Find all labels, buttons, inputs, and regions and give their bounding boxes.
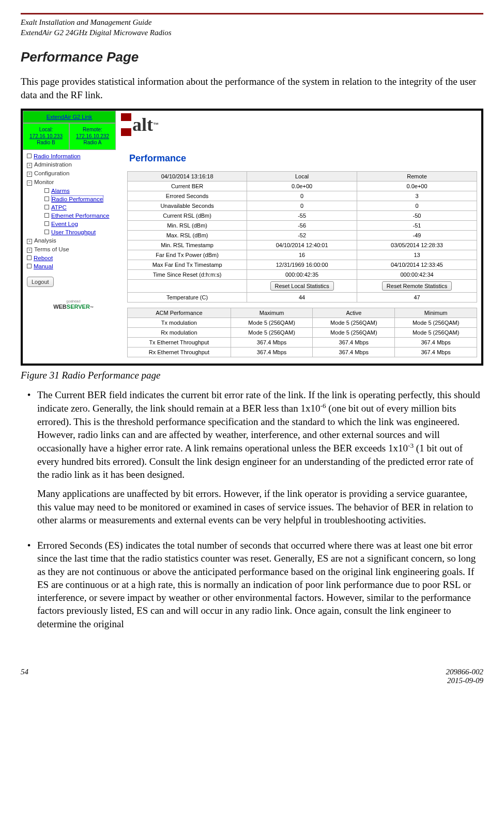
table-cell: -51 xyxy=(357,220,477,230)
bullet-icon: • xyxy=(21,539,37,637)
table-cell: 0 xyxy=(247,191,357,201)
table-cell: 0 xyxy=(247,201,357,210)
nav-manual[interactable]: Manual xyxy=(27,262,120,270)
table-cell: 16 xyxy=(247,250,357,260)
table-row-label: Max Far End Tx Timestamp xyxy=(128,260,247,269)
table-cell: 000:00:42:35 xyxy=(247,269,357,279)
acm-table: ACM PerformanceMaximumActiveMinimum Tx m… xyxy=(127,308,477,357)
table-cell: Mode 5 (256QAM) xyxy=(231,327,313,337)
col-remote: Remote xyxy=(357,171,477,181)
performance-table: 04/10/2014 13:16:18LocalRemote Current B… xyxy=(127,171,477,303)
page-title: Performance Page xyxy=(21,49,483,65)
reset-remote-button[interactable]: Reset Remote Statistics xyxy=(382,281,452,291)
table-cell: 367.4 Mbps xyxy=(313,347,395,357)
nav-monitor[interactable]: −Monitor xyxy=(27,178,120,187)
table-cell: Mode 5 (256QAM) xyxy=(231,318,313,327)
table-cell: 3 xyxy=(357,191,477,201)
table-row-label: Tx Ethernet Throughput xyxy=(128,337,231,347)
nav-configuration[interactable]: +Configuration xyxy=(27,169,120,178)
table-cell: 367.4 Mbps xyxy=(395,337,477,347)
table-row-label: Unavailable Seconds xyxy=(128,201,247,210)
nav-alarms[interactable]: Alarms xyxy=(27,187,120,195)
nav-event-log[interactable]: Event Log xyxy=(27,220,120,228)
table-cell: -56 xyxy=(247,220,357,230)
nav-ethernet-performance[interactable]: Ethernet Performance xyxy=(27,211,120,220)
table-cell: Mode 5 (256QAM) xyxy=(395,318,477,327)
doc-date: 2015-09-09 xyxy=(446,676,484,685)
row-temperature: Temperature (C) xyxy=(128,292,247,302)
figure-caption: Figure 31 Radio Performance page xyxy=(21,370,483,381)
table-cell: 367.4 Mbps xyxy=(231,347,313,357)
bullet-1-p2: Many applications are unaffected by bit … xyxy=(37,487,483,526)
table-row-label: Errored Seconds xyxy=(128,191,247,201)
table-cell: 13 xyxy=(357,250,477,260)
table-cell: 367.4 Mbps xyxy=(313,337,395,347)
panel-title: Performance xyxy=(129,153,477,164)
table-row-label: Tx modulation xyxy=(128,318,231,327)
remote-radio-cell[interactable]: Remote: 172.16.10.232 Radio A xyxy=(69,123,116,150)
table-cell: -49 xyxy=(357,230,477,240)
screenshot-figure: ExtendAir G2 Link Local: 172.16.10.233 R… xyxy=(21,109,483,366)
table-row-label: Min. RSL (dBm) xyxy=(128,220,247,230)
doc-number: 209866-002 xyxy=(446,668,484,676)
table-cell: 03/05/2014 12:28:33 xyxy=(357,240,477,250)
reset-local-button[interactable]: Reset Local Statistics xyxy=(270,281,334,291)
col-local: Local xyxy=(247,171,357,181)
table-row-label: Time Since Reset (d:h:m:s) xyxy=(128,269,247,279)
nav-analysis[interactable]: +Analysis xyxy=(27,236,120,245)
table-cell: -52 xyxy=(247,230,357,240)
table-cell: 0.0e+00 xyxy=(357,181,477,191)
table-row-label: Rx modulation xyxy=(128,327,231,337)
nav-reboot[interactable]: Reboot xyxy=(27,254,120,262)
table-row-label: Current RSL (dBm) xyxy=(128,210,247,220)
table-cell: Mode 5 (256QAM) xyxy=(313,327,395,337)
doc-header: Exalt Installation and Management Guide … xyxy=(21,18,483,38)
header-line1: Exalt Installation and Management Guide xyxy=(21,18,483,28)
table-cell: 12/31/1969 16:00:00 xyxy=(247,260,357,269)
table-row-label: Far End Tx Power (dBm) xyxy=(128,250,247,260)
bullet-2: Errored Seconds (ES) indicates the total… xyxy=(37,539,483,630)
table-cell: 367.4 Mbps xyxy=(395,347,477,357)
table-cell: -55 xyxy=(247,210,357,220)
bullet-icon: • xyxy=(21,388,37,533)
table-cell: 04/10/2014 12:40:01 xyxy=(247,240,357,250)
exalt-logo: alt™ xyxy=(116,111,481,139)
table-row-label: Max. RSL (dBm) xyxy=(128,230,247,240)
page-number: 54 xyxy=(21,668,28,685)
nav-terms[interactable]: +Terms of Use xyxy=(27,245,120,254)
nav-radio-performance[interactable]: Radio Performance xyxy=(27,195,120,203)
nav-user-throughput[interactable]: User Throughput xyxy=(27,228,120,236)
nav-atpc[interactable]: ATPC xyxy=(27,203,120,211)
local-radio-cell[interactable]: Local: 172.16.10.233 Radio B xyxy=(23,123,69,150)
table-row-label: Rx Ethernet Throughput xyxy=(128,347,231,357)
table-row-label: Current BER xyxy=(128,181,247,191)
col-timestamp: 04/10/2014 13:16:18 xyxy=(128,171,247,181)
page-footer: 54 209866-002 2015-09-09 xyxy=(21,668,483,685)
table-cell: 000:00:42:34 xyxy=(357,269,477,279)
table-cell: 0 xyxy=(357,201,477,210)
table-row-label: Min. RSL Timestamp xyxy=(128,240,247,250)
body-text: • The Current BER field indicates the cu… xyxy=(21,388,483,637)
link-title: ExtendAir G2 Link xyxy=(23,111,116,123)
table-cell: -50 xyxy=(357,210,477,220)
nav-administration[interactable]: +Administration xyxy=(27,160,120,169)
table-cell: 0.0e+00 xyxy=(247,181,357,191)
nav-sidebar: Radio Information +Administration +Confi… xyxy=(23,150,123,364)
bullet-1-p1: The Current BER field indicates the curr… xyxy=(37,388,483,481)
table-cell: 367.4 Mbps xyxy=(231,337,313,347)
table-cell: Mode 5 (256QAM) xyxy=(313,318,395,327)
nav-radio-information[interactable]: Radio Information xyxy=(27,152,120,160)
webserver-logo: goaheadWEBSERVER™ xyxy=(27,297,120,310)
header-line2: ExtendAir G2 24GHz Digital Microwave Rad… xyxy=(21,28,483,38)
table-cell: 04/10/2014 12:33:45 xyxy=(357,260,477,269)
intro-text: This page provides statistical informati… xyxy=(21,75,483,101)
logout-button[interactable]: Logout xyxy=(27,277,54,287)
table-cell: Mode 5 (256QAM) xyxy=(395,327,477,337)
